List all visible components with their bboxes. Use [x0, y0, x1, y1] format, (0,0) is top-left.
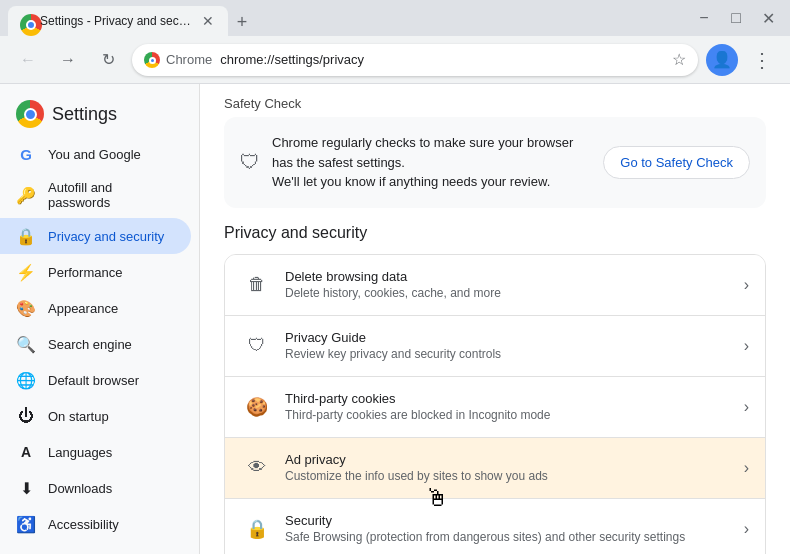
chrome-favicon-icon	[144, 51, 160, 69]
safety-text-block: Chrome regularly checks to make sure you…	[272, 133, 591, 192]
sidebar-label-appearance: Appearance	[48, 301, 118, 316]
ad-privacy-icon: 👁	[241, 452, 273, 484]
sidebar-label-you-and-google: You and Google	[48, 147, 141, 162]
title-bar: Settings - Privacy and security ✕ + − □ …	[0, 0, 790, 36]
cookies-content: Third-party cookies Third-party cookies …	[285, 391, 732, 422]
ad-privacy-content: Ad privacy Customize the info used by si…	[285, 452, 732, 483]
security-arrow-icon: ›	[744, 520, 749, 538]
cookies-subtitle: Third-party cookies are blocked in Incog…	[285, 408, 732, 422]
safety-text-line2: We'll let you know if anything needs you…	[272, 172, 591, 192]
performance-icon: ⚡	[16, 262, 36, 282]
maximize-button[interactable]: □	[722, 4, 750, 32]
ad-privacy-subtitle: Customize the info used by sites to show…	[285, 469, 732, 483]
third-party-cookies-item[interactable]: 🍪 Third-party cookies Third-party cookie…	[225, 377, 765, 438]
sidebar-item-search-engine[interactable]: 🔍 Search engine	[0, 326, 191, 362]
chrome-menu-button[interactable]: ⋮	[746, 44, 778, 76]
sidebar-label-downloads: Downloads	[48, 481, 112, 496]
new-tab-button[interactable]: +	[228, 8, 256, 36]
cookies-arrow-icon: ›	[744, 398, 749, 416]
sidebar-item-accessibility[interactable]: ♿ Accessibility	[0, 506, 191, 542]
security-subtitle: Safe Browsing (protection from dangerous…	[285, 530, 732, 544]
sidebar-item-default-browser[interactable]: 🌐 Default browser	[0, 362, 191, 398]
ad-privacy-arrow-icon: ›	[744, 459, 749, 477]
on-startup-icon: ⏻	[16, 406, 36, 426]
cookies-icon: 🍪	[241, 391, 273, 423]
tab-favicon	[20, 14, 34, 28]
you-google-icon: G	[16, 144, 36, 164]
sidebar: Settings G You and Google 🔑 Autofill and…	[0, 84, 200, 554]
go-to-safety-check-button[interactable]: Go to Safety Check	[603, 146, 750, 179]
sidebar-item-you-and-google[interactable]: G You and Google	[0, 136, 191, 172]
privacy-guide-item[interactable]: 🛡 Privacy Guide Review key privacy and s…	[225, 316, 765, 377]
tab-close-button[interactable]: ✕	[200, 13, 216, 29]
system-icon: ⚙	[16, 550, 36, 554]
sidebar-item-downloads[interactable]: ⬇ Downloads	[0, 470, 191, 506]
ad-privacy-item[interactable]: 👁 Ad privacy Customize the info used by …	[225, 438, 765, 499]
sidebar-header: Settings	[0, 84, 199, 136]
url-text: chrome://settings/privacy	[220, 52, 666, 67]
safety-check-section-title: Safety Check	[224, 84, 766, 117]
default-browser-icon: 🌐	[16, 370, 36, 390]
delete-browsing-title: Delete browsing data	[285, 269, 732, 284]
sidebar-label-default-browser: Default browser	[48, 373, 139, 388]
sidebar-label-privacy: Privacy and security	[48, 229, 164, 244]
url-bar[interactable]: Chrome chrome://settings/privacy ☆	[132, 44, 698, 76]
privacy-guide-content: Privacy Guide Review key privacy and sec…	[285, 330, 732, 361]
autofill-icon: 🔑	[16, 185, 36, 205]
delete-browsing-arrow-icon: ›	[744, 276, 749, 294]
appearance-icon: 🎨	[16, 298, 36, 318]
chrome-label: Chrome	[166, 52, 212, 67]
safety-text-line1: Chrome regularly checks to make sure you…	[272, 133, 591, 172]
sidebar-item-on-startup[interactable]: ⏻ On startup	[0, 398, 191, 434]
sidebar-label-on-startup: On startup	[48, 409, 109, 424]
back-button[interactable]: ←	[12, 44, 44, 76]
sidebar-item-privacy[interactable]: 🔒 Privacy and security	[0, 218, 191, 254]
sidebar-item-performance[interactable]: ⚡ Performance	[0, 254, 191, 290]
content-area: Safety Check 🛡 Chrome regularly checks t…	[200, 84, 790, 554]
downloads-icon: ⬇	[16, 478, 36, 498]
address-bar: ← → ↻ Chrome chrome://settings/privacy ☆…	[0, 36, 790, 84]
privacy-guide-arrow-icon: ›	[744, 337, 749, 355]
delete-browsing-subtitle: Delete history, cookies, cache, and more	[285, 286, 732, 300]
sidebar-item-system[interactable]: ⚙ System	[0, 542, 191, 554]
delete-browsing-icon: 🗑	[241, 269, 273, 301]
privacy-icon: 🔒	[16, 226, 36, 246]
sidebar-label-accessibility: Accessibility	[48, 517, 119, 532]
sidebar-item-autofill[interactable]: 🔑 Autofill and passwords	[0, 172, 191, 218]
bookmark-star-icon[interactable]: ☆	[672, 50, 686, 69]
reload-button[interactable]: ↻	[92, 44, 124, 76]
close-button[interactable]: ✕	[754, 4, 782, 32]
profile-button[interactable]: 👤	[706, 44, 738, 76]
security-title: Security	[285, 513, 732, 528]
languages-icon: A	[16, 442, 36, 462]
minimize-button[interactable]: −	[690, 4, 718, 32]
sidebar-label-autofill: Autofill and passwords	[48, 180, 175, 210]
forward-button[interactable]: →	[52, 44, 84, 76]
security-icon: 🔒	[241, 513, 273, 545]
privacy-guide-title: Privacy Guide	[285, 330, 732, 345]
privacy-guide-icon: 🛡	[241, 330, 273, 362]
delete-browsing-item[interactable]: 🗑 Delete browsing data Delete history, c…	[225, 255, 765, 316]
security-content: Security Safe Browsing (protection from …	[285, 513, 732, 544]
ad-privacy-title: Ad privacy	[285, 452, 732, 467]
safety-shield-icon: 🛡	[240, 151, 260, 174]
sidebar-label-search-engine: Search engine	[48, 337, 132, 352]
accessibility-icon: ♿	[16, 514, 36, 534]
active-tab[interactable]: Settings - Privacy and security ✕	[8, 6, 228, 36]
sidebar-item-languages[interactable]: A Languages	[0, 434, 191, 470]
search-engine-icon: 🔍	[16, 334, 36, 354]
safety-check-banner: 🛡 Chrome regularly checks to make sure y…	[224, 117, 766, 208]
content-inner: Safety Check 🛡 Chrome regularly checks t…	[200, 84, 790, 554]
privacy-guide-subtitle: Review key privacy and security controls	[285, 347, 732, 361]
security-item[interactable]: 🔒 Security Safe Browsing (protection fro…	[225, 499, 765, 555]
sidebar-item-appearance[interactable]: 🎨 Appearance	[0, 290, 191, 326]
window-controls: − □ ✕	[690, 4, 782, 32]
sidebar-label-performance: Performance	[48, 265, 122, 280]
delete-browsing-content: Delete browsing data Delete history, coo…	[285, 269, 732, 300]
sidebar-label-languages: Languages	[48, 445, 112, 460]
tab-list: Settings - Privacy and security ✕ +	[8, 0, 686, 36]
tab-title: Settings - Privacy and security	[40, 14, 194, 28]
cookies-title: Third-party cookies	[285, 391, 732, 406]
privacy-settings-list: 🗑 Delete browsing data Delete history, c…	[224, 254, 766, 555]
sidebar-title: Settings	[52, 104, 117, 125]
